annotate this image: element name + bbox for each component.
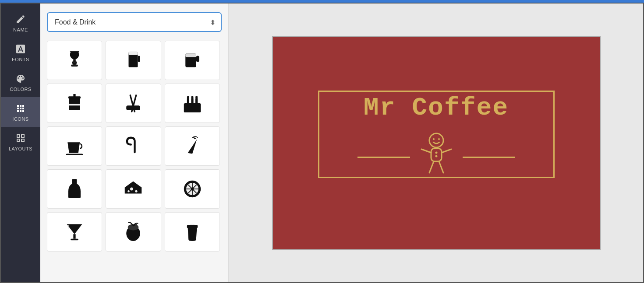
app-container: NAME FONTS COLORS IC — [0, 3, 644, 283]
svg-rect-16 — [127, 105, 141, 110]
svg-rect-3 — [71, 65, 78, 66]
icons-grid-container[interactable] — [47, 41, 222, 273]
sidebar-item-name-label: NAME — [13, 27, 28, 32]
icon-french-press[interactable] — [47, 84, 102, 123]
icon-candy-cane[interactable] — [106, 126, 161, 166]
svg-point-21 — [187, 96, 189, 98]
icon-chopsticks[interactable] — [106, 84, 161, 123]
svg-point-23 — [195, 96, 198, 98]
sidebar-item-icons-label: ICONS — [12, 116, 28, 122]
sidebar-item-fonts[interactable]: FONTS — [1, 38, 40, 67]
svg-point-22 — [191, 96, 193, 98]
svg-rect-5 — [129, 52, 138, 55]
svg-rect-19 — [191, 98, 193, 104]
svg-point-27 — [135, 190, 138, 192]
svg-rect-37 — [71, 239, 78, 241]
icon-wine-glass[interactable] — [47, 41, 102, 80]
icon-coconut-drink[interactable] — [106, 212, 161, 252]
svg-rect-41 — [187, 225, 198, 228]
svg-point-47 — [435, 152, 437, 154]
middle-panel: Food & Drink Animals Nature Travel Busin… — [40, 3, 229, 282]
icon-carrot[interactable] — [165, 126, 220, 166]
svg-point-42 — [429, 133, 443, 147]
svg-rect-13 — [69, 104, 80, 106]
svg-rect-36 — [74, 234, 76, 239]
svg-rect-6 — [138, 56, 140, 62]
canvas-card: Mr Coffee — [272, 36, 601, 250]
icon-orange-slice[interactable] — [165, 169, 220, 209]
icon-cheese[interactable] — [106, 169, 161, 209]
sidebar-item-layouts-label: LAYOUTS — [9, 146, 32, 151]
sidebar-item-name[interactable]: NAME — [1, 8, 40, 38]
category-select-wrapper: Food & Drink Animals Nature Travel Busin… — [47, 12, 222, 32]
svg-point-28 — [128, 190, 130, 192]
svg-rect-17 — [184, 103, 201, 112]
svg-rect-20 — [195, 98, 198, 104]
svg-point-44 — [438, 138, 440, 140]
icon-cocktail-glass[interactable] — [47, 212, 102, 252]
sidebar-item-icons[interactable]: ICONS — [1, 97, 40, 127]
icons-grid — [47, 41, 222, 252]
svg-rect-24 — [66, 154, 83, 156]
edit-icon — [14, 13, 27, 25]
right-line — [463, 157, 515, 158]
icon-wine-bottle[interactable] — [47, 169, 102, 209]
fonts-icon — [14, 43, 27, 55]
layouts-icon — [14, 132, 27, 144]
left-line — [357, 157, 410, 158]
icon-coffee-cup[interactable] — [47, 126, 102, 166]
icon-coffee-togo[interactable] — [165, 212, 220, 252]
svg-point-48 — [435, 155, 437, 157]
svg-rect-45 — [431, 148, 442, 161]
sidebar-item-colors-label: COLORS — [10, 87, 31, 92]
gingerbread-icon — [414, 131, 458, 183]
svg-rect-18 — [187, 98, 189, 104]
sidebar-item-fonts-label: FONTS — [12, 57, 29, 62]
svg-point-26 — [130, 188, 133, 191]
gingerbread-area — [357, 131, 515, 183]
svg-point-43 — [433, 138, 435, 140]
card-title: Mr Coffee — [364, 94, 509, 122]
category-select[interactable]: Food & Drink Animals Nature Travel Busin… — [47, 12, 222, 32]
svg-rect-8 — [185, 53, 196, 57]
sidebar: NAME FONTS COLORS IC — [1, 3, 40, 282]
icon-birthday-cake[interactable] — [165, 84, 220, 123]
svg-rect-12 — [74, 94, 76, 97]
svg-rect-9 — [196, 56, 199, 62]
icon-beer-mug[interactable] — [165, 41, 220, 80]
sidebar-item-colors[interactable]: COLORS — [1, 67, 40, 97]
colors-icon — [14, 73, 27, 85]
icon-beer-glass[interactable] — [106, 41, 161, 80]
svg-point-35 — [191, 188, 194, 191]
svg-rect-2 — [74, 59, 75, 63]
sidebar-item-layouts[interactable]: LAYOUTS — [1, 127, 40, 157]
svg-rect-25 — [72, 179, 77, 181]
canvas-area[interactable]: Mr Coffee — [229, 3, 643, 282]
icons-icon — [14, 102, 27, 115]
